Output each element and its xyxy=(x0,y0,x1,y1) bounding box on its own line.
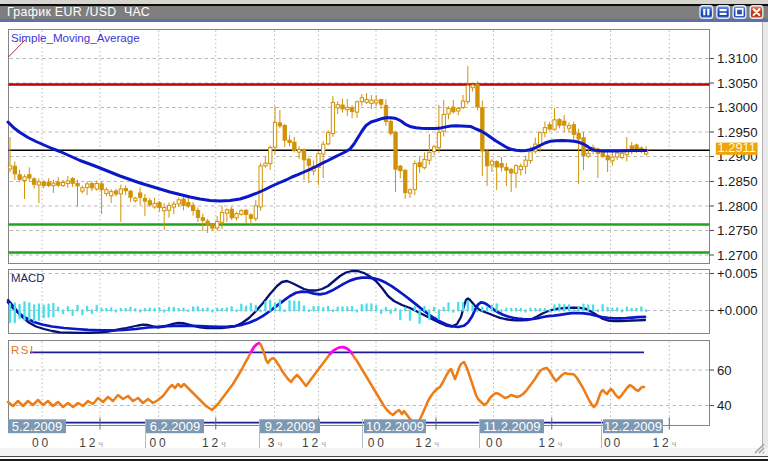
svg-text:+0.005: +0.005 xyxy=(717,266,758,281)
svg-text:1.2700: 1.2700 xyxy=(717,248,758,263)
svg-text:1.2800: 1.2800 xyxy=(717,199,758,214)
svg-text:1.2950: 1.2950 xyxy=(717,125,758,140)
svg-text:10.2.2009: 10.2.2009 xyxy=(366,419,424,434)
svg-text:1.2750: 1.2750 xyxy=(717,223,758,238)
svg-text:40: 40 xyxy=(717,398,732,413)
svg-text:1.3050: 1.3050 xyxy=(717,76,758,91)
svg-text:График EUR /USD ЧАС: График EUR /USD ЧАС xyxy=(7,5,150,19)
svg-text:60: 60 xyxy=(717,363,732,378)
svg-text:6.2.2009: 6.2.2009 xyxy=(150,419,201,434)
svg-text:1.3100: 1.3100 xyxy=(717,51,758,66)
svg-text:RSI: RSI xyxy=(11,344,35,356)
svg-text:MACD: MACD xyxy=(11,272,45,284)
svg-text:12.2.2009: 12.2.2009 xyxy=(604,419,662,434)
svg-text:+0.000: +0.000 xyxy=(717,303,758,318)
svg-text:1.2850: 1.2850 xyxy=(717,174,758,189)
svg-text:11.2.2009: 11.2.2009 xyxy=(484,419,541,434)
svg-text:9.2.2009: 9.2.2009 xyxy=(265,419,316,434)
svg-text:Simple_Moving_Average: Simple_Moving_Average xyxy=(11,31,140,44)
svg-text:1.2911: 1.2911 xyxy=(718,141,757,155)
svg-text:5.2.2009: 5.2.2009 xyxy=(12,419,63,434)
svg-text:1.3000: 1.3000 xyxy=(717,100,758,115)
